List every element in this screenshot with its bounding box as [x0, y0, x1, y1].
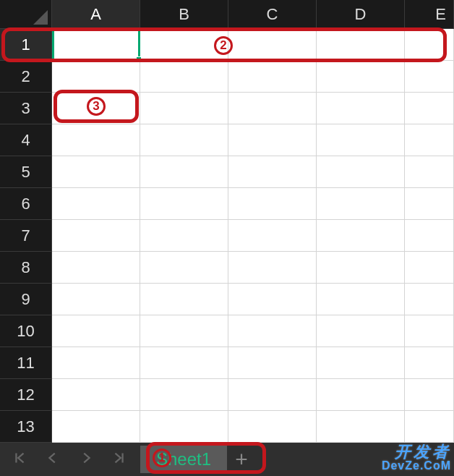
cell[interactable]: [405, 93, 454, 124]
cell[interactable]: [140, 284, 228, 315]
cell[interactable]: [317, 124, 405, 156]
cell[interactable]: [52, 61, 140, 93]
cell[interactable]: [52, 252, 140, 284]
chevron-right-icon: [78, 450, 94, 469]
cell[interactable]: [405, 220, 454, 252]
cell[interactable]: [140, 156, 228, 188]
column-header-d[interactable]: D: [317, 0, 405, 29]
cell[interactable]: [405, 188, 454, 220]
cell[interactable]: [52, 379, 140, 411]
row-header-7[interactable]: 7: [0, 220, 52, 252]
column-headers: A B C D E: [52, 0, 454, 29]
cell[interactable]: [140, 93, 228, 124]
row-header-2[interactable]: 2: [0, 61, 52, 93]
cell[interactable]: [405, 347, 454, 379]
row-header-8[interactable]: 8: [0, 252, 52, 284]
cell[interactable]: [317, 411, 405, 443]
cell[interactable]: [52, 29, 140, 61]
cell[interactable]: [405, 29, 454, 61]
row-header-1[interactable]: 1: [0, 29, 52, 61]
cell[interactable]: [52, 188, 140, 220]
column-header-c[interactable]: C: [228, 0, 317, 29]
row-headers: 1 2 3 4 5 6 7 8 9 10 11 12 13: [0, 29, 52, 443]
cell[interactable]: [317, 252, 405, 284]
cell[interactable]: [405, 156, 454, 188]
cell[interactable]: [228, 220, 317, 252]
nav-last-button[interactable]: [103, 443, 136, 476]
cell[interactable]: [405, 315, 454, 347]
cell[interactable]: [317, 284, 405, 315]
cell[interactable]: [52, 347, 140, 379]
cell[interactable]: [228, 315, 317, 347]
cell[interactable]: [228, 411, 317, 443]
cell[interactable]: [140, 379, 228, 411]
cell[interactable]: [228, 124, 317, 156]
cell[interactable]: [405, 379, 454, 411]
cell[interactable]: [52, 93, 140, 124]
cell[interactable]: [140, 411, 228, 443]
cell[interactable]: [52, 411, 140, 443]
cell[interactable]: [317, 379, 405, 411]
cell[interactable]: [228, 61, 317, 93]
nav-first-icon: [12, 450, 27, 469]
nav-prev-button[interactable]: [36, 443, 69, 476]
cell[interactable]: [405, 411, 454, 443]
cell[interactable]: [228, 379, 317, 411]
cell[interactable]: [140, 220, 228, 252]
column-header-e[interactable]: E: [405, 0, 454, 29]
cell[interactable]: [52, 315, 140, 347]
cell[interactable]: [52, 220, 140, 252]
cell[interactable]: [317, 156, 405, 188]
column-header-b[interactable]: B: [140, 0, 228, 29]
cell[interactable]: [228, 252, 317, 284]
sheet-tab-bar: Sheet1 +: [0, 443, 454, 476]
row-header-12[interactable]: 12: [0, 379, 52, 411]
nav-last-icon: [111, 450, 127, 469]
cell[interactable]: [317, 188, 405, 220]
cell[interactable]: [405, 124, 454, 156]
row-header-10[interactable]: 10: [0, 315, 52, 347]
cell[interactable]: [52, 156, 140, 188]
cell[interactable]: [405, 284, 454, 315]
cell[interactable]: [228, 93, 317, 124]
row-header-13[interactable]: 13: [0, 411, 52, 443]
row-header-9[interactable]: 9: [0, 284, 52, 315]
cell[interactable]: [317, 347, 405, 379]
nav-first-button[interactable]: [3, 443, 36, 476]
cell[interactable]: [140, 252, 228, 284]
spreadsheet-grid: A B C D E 1 2 3 4 5 6 7 8 9 10 11 12 13: [0, 0, 454, 443]
cell[interactable]: [317, 315, 405, 347]
cell[interactable]: [228, 347, 317, 379]
cell[interactable]: [405, 61, 454, 93]
chevron-left-icon: [45, 450, 61, 469]
cell[interactable]: [228, 284, 317, 315]
select-all-corner[interactable]: [0, 0, 52, 29]
cell[interactable]: [140, 61, 228, 93]
cell[interactable]: [228, 156, 317, 188]
cell[interactable]: [228, 29, 317, 61]
cell[interactable]: [140, 315, 228, 347]
cell[interactable]: [140, 29, 228, 61]
column-header-a[interactable]: A: [52, 0, 140, 29]
cell[interactable]: [405, 252, 454, 284]
row-header-6[interactable]: 6: [0, 188, 52, 220]
cell[interactable]: [140, 347, 228, 379]
cell[interactable]: [317, 61, 405, 93]
cell[interactable]: [52, 124, 140, 156]
plus-icon: +: [235, 447, 248, 472]
cell[interactable]: [52, 284, 140, 315]
nav-next-button[interactable]: [69, 443, 103, 476]
sheet-tab[interactable]: Sheet1: [140, 446, 227, 473]
cell[interactable]: [317, 93, 405, 124]
row-header-11[interactable]: 11: [0, 347, 52, 379]
cell[interactable]: [140, 188, 228, 220]
cell[interactable]: [228, 188, 317, 220]
add-sheet-button[interactable]: +: [227, 443, 256, 476]
cell[interactable]: [317, 29, 405, 61]
cell[interactable]: [140, 124, 228, 156]
cell-area[interactable]: [52, 29, 454, 443]
cell[interactable]: [317, 220, 405, 252]
row-header-5[interactable]: 5: [0, 156, 52, 188]
row-header-4[interactable]: 4: [0, 124, 52, 156]
row-header-3[interactable]: 3: [0, 93, 52, 124]
